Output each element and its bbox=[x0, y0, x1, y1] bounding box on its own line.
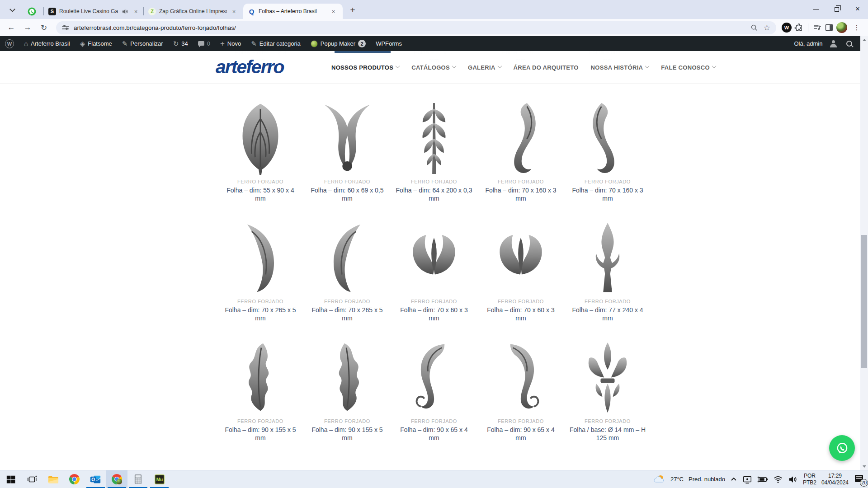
admin-account-menu[interactable]: Olá, admin bbox=[789, 36, 840, 51]
url-text[interactable]: arteferrobrasil.com.br/categoria-produto… bbox=[74, 24, 746, 31]
address-bar[interactable]: arteferrobrasil.com.br/categoria-produto… bbox=[56, 21, 776, 34]
admin-customize[interactable]: ✎Personalizar bbox=[117, 36, 168, 51]
product-title-link[interactable]: Folha – dim: 90 x 155 x 5 mm bbox=[221, 426, 300, 442]
forward-button[interactable]: → bbox=[21, 21, 34, 34]
tab-audio-icon[interactable] bbox=[121, 8, 129, 15]
adobe-muse-taskbar-button[interactable]: Mu bbox=[149, 470, 170, 488]
admin-site-name[interactable]: ⌂Arteferro Brasil bbox=[19, 36, 75, 51]
tab-close-button[interactable]: × bbox=[330, 8, 337, 15]
product-card[interactable]: FERRO FORJADO Folha – dim: 70 x 265 x 5 … bbox=[217, 216, 304, 323]
page-scrollbar[interactable] bbox=[860, 36, 868, 470]
chrome-taskbar-button[interactable] bbox=[64, 470, 85, 488]
bookmark-star-icon[interactable]: ☆ bbox=[764, 24, 770, 32]
wifi-icon[interactable] bbox=[773, 474, 783, 484]
product-image[interactable] bbox=[217, 97, 304, 176]
side-panel-icon[interactable] bbox=[825, 23, 834, 32]
product-card[interactable]: FERRO FORJADO Folha – dim: 90 x 155 x 5 … bbox=[304, 336, 391, 442]
product-card[interactable]: FERRO FORJADO Folha – dim: 60 x 69 x 0,5… bbox=[304, 97, 391, 203]
nav-item[interactable]: GALERIA bbox=[468, 64, 501, 71]
tab-search-button[interactable] bbox=[5, 3, 19, 17]
product-image[interactable] bbox=[304, 336, 391, 415]
wp-logo-menu[interactable]: W bbox=[0, 36, 19, 51]
tab-roulette[interactable]: S Roulette Live Casino Game × bbox=[44, 4, 143, 19]
tray-language-indicator[interactable]: PORPTB2 bbox=[803, 473, 816, 486]
browser-menu-kebab-icon[interactable]: ⋮ bbox=[850, 21, 863, 34]
product-image[interactable] bbox=[304, 97, 391, 176]
product-title-link[interactable]: Folha – dim: 70 x 160 x 3 mm bbox=[568, 186, 647, 203]
product-title-link[interactable]: Folha – dim: 70 x 60 x 3 mm bbox=[481, 306, 560, 323]
product-image[interactable] bbox=[217, 216, 304, 296]
tray-temperature[interactable]: 27°C bbox=[670, 476, 684, 483]
nav-item[interactable]: FALE CONOSCO bbox=[661, 64, 716, 71]
product-card[interactable]: FERRO FORJADO Folha – dim: 90 x 65 x 4 m… bbox=[477, 336, 564, 442]
site-logo[interactable]: arteferro bbox=[216, 56, 284, 78]
product-title-link[interactable]: Folha – dim: 90 x 65 x 4 mm bbox=[481, 426, 560, 442]
product-image[interactable] bbox=[477, 336, 564, 415]
product-image[interactable] bbox=[564, 97, 651, 176]
product-card[interactable]: FERRO FORJADO Folha – dim: 70 x 265 x 5 … bbox=[304, 216, 391, 323]
product-card[interactable]: FERRO FORJADO Folha – dim: 70 x 160 x 3 … bbox=[564, 97, 651, 203]
product-title-link[interactable]: Folha – dim: 70 x 265 x 5 mm bbox=[221, 306, 300, 323]
weather-icon[interactable] bbox=[654, 474, 665, 485]
reload-button[interactable]: ↻ bbox=[37, 21, 51, 34]
window-restore-button[interactable] bbox=[826, 0, 847, 18]
product-title-link[interactable]: Folha – dim: 55 x 90 x 4 mm bbox=[221, 186, 300, 203]
tray-expand-chevron-icon[interactable] bbox=[730, 476, 737, 483]
calculator-taskbar-button[interactable] bbox=[127, 470, 149, 488]
start-button[interactable] bbox=[0, 470, 21, 488]
admin-new[interactable]: +Novo bbox=[215, 36, 246, 51]
new-tab-button[interactable]: + bbox=[346, 4, 359, 16]
extension-icon[interactable]: W bbox=[782, 23, 792, 33]
media-controls-icon[interactable] bbox=[813, 23, 822, 32]
scrollbar-thumb[interactable] bbox=[861, 235, 867, 368]
product-title-link[interactable]: Folha – dim: 64 x 200 x 0,3 mm bbox=[395, 186, 473, 203]
tray-clock[interactable]: 17:2904/04/2024 bbox=[821, 473, 849, 486]
admin-updates[interactable]: ↻34 bbox=[168, 36, 193, 51]
extensions-puzzle-icon[interactable] bbox=[794, 23, 803, 32]
admin-comments[interactable]: 0 bbox=[193, 36, 215, 51]
tab-close-button[interactable]: × bbox=[132, 8, 140, 15]
product-title-link[interactable]: Folha / base: Ø 14 mm – H 125 mm bbox=[568, 426, 647, 442]
admin-flatsome[interactable]: ◈Flatsome bbox=[75, 36, 117, 51]
nav-item[interactable]: CATÁLOGOS bbox=[411, 64, 456, 71]
product-image[interactable] bbox=[564, 216, 651, 296]
admin-wpforms[interactable]: WPForms bbox=[371, 36, 407, 51]
product-card[interactable]: FERRO FORJADO Folha – dim: 55 x 90 x 4 m… bbox=[217, 97, 304, 203]
product-image[interactable] bbox=[477, 97, 564, 176]
window-minimize-button[interactable]: — bbox=[806, 0, 826, 18]
admin-popup-maker[interactable]: Popup Maker2 bbox=[306, 36, 371, 51]
scroll-up-arrow[interactable] bbox=[860, 36, 868, 43]
profile-avatar[interactable] bbox=[836, 22, 847, 33]
product-title-link[interactable]: Folha – dim: 77 x 240 x 4 mm bbox=[568, 306, 647, 323]
outlook-taskbar-button[interactable]: O bbox=[85, 470, 106, 488]
product-title-link[interactable]: Folha – dim: 90 x 65 x 4 mm bbox=[395, 426, 473, 442]
product-title-link[interactable]: Folha – dim: 70 x 160 x 3 mm bbox=[481, 186, 560, 203]
admin-search-button[interactable] bbox=[841, 36, 857, 51]
window-close-button[interactable]: × bbox=[847, 0, 868, 18]
admin-edit-category[interactable]: ✎Editar categoria bbox=[246, 36, 306, 51]
cast-display-icon[interactable] bbox=[742, 474, 752, 484]
product-image[interactable] bbox=[391, 216, 477, 296]
tray-weather-text[interactable]: Pred. nublado bbox=[689, 476, 725, 483]
tab-close-button[interactable]: × bbox=[230, 8, 238, 15]
zoom-icon[interactable] bbox=[750, 24, 758, 32]
tab-folhas-arteferro-active[interactable]: Q Folhas – Arteferro Brasil × bbox=[243, 4, 343, 19]
volume-icon[interactable] bbox=[788, 474, 798, 484]
action-center-button[interactable]: 20 bbox=[854, 474, 865, 485]
site-settings-icon[interactable] bbox=[62, 25, 69, 30]
product-title-link[interactable]: Folha – dim: 70 x 265 x 5 mm bbox=[308, 306, 387, 323]
tab-zap-grafica[interactable]: Z Zap Gráfica Online I Impressão × bbox=[144, 4, 243, 19]
battery-charging-icon[interactable] bbox=[757, 474, 768, 484]
product-card[interactable]: FERRO FORJADO Folha – dim: 64 x 200 x 0,… bbox=[391, 97, 477, 203]
nav-item[interactable]: ÁREA DO ARQUITETO bbox=[514, 64, 579, 71]
file-explorer-button[interactable] bbox=[42, 470, 64, 488]
back-button[interactable]: ← bbox=[5, 21, 18, 34]
product-card[interactable]: FERRO FORJADO Folha / base: Ø 14 mm – H … bbox=[564, 336, 651, 442]
product-image[interactable] bbox=[304, 216, 391, 296]
product-image[interactable] bbox=[391, 97, 477, 176]
nav-item[interactable]: NOSSOS PRODUTOS bbox=[331, 64, 399, 71]
product-card[interactable]: FERRO FORJADO Folha – dim: 90 x 65 x 4 m… bbox=[391, 336, 477, 442]
chrome-profile-taskbar-button[interactable] bbox=[106, 470, 127, 488]
product-title-link[interactable]: Folha – dim: 90 x 155 x 5 mm bbox=[308, 426, 387, 442]
product-card[interactable]: FERRO FORJADO Folha – dim: 90 x 155 x 5 … bbox=[217, 336, 304, 442]
